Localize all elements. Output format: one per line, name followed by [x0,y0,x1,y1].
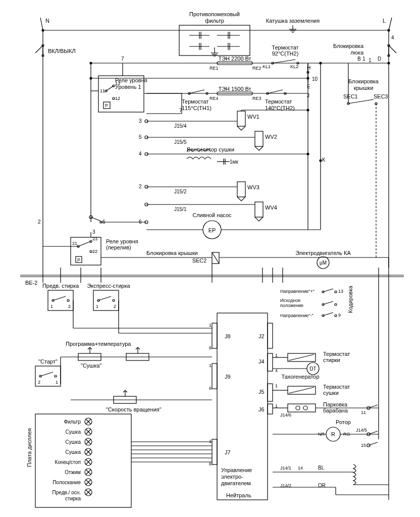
svg-rect-81 [237,111,245,126]
svg-text:22: 22 [92,249,97,254]
svg-line-136 [212,252,219,264]
svg-line-166 [98,296,111,300]
svg-line-12 [389,45,396,53]
svg-point-3 [42,29,44,31]
label-WV1: WV1 [247,114,259,120]
svg-text:E: E [307,84,310,89]
svg-line-227 [369,442,378,445]
label-filter: Противопомеховый [189,11,240,17]
label-J4: J4 [258,358,265,365]
label-homepos2: положение [280,303,303,308]
label-drythermo2: сушки [323,390,339,396]
label-EP: EP [208,227,216,233]
svg-text:6: 6 [209,345,212,350]
svg-line-73 [189,90,204,93]
svg-text:14: 14 [298,466,303,471]
label-lidlock3: Блокировка крышки [146,250,198,256]
svg-text:1: 1 [362,56,365,62]
svg-point-159 [67,299,69,301]
label-overflow: Реле уровня [106,238,138,244]
svg-text:13: 13 [115,81,120,86]
display-item: стирка [65,496,81,501]
svg-rect-186 [268,353,273,371]
svg-text:B: B [357,56,361,62]
svg-line-63 [106,86,114,91]
label-SEC3: SEC3 [374,93,388,99]
label-J146: J14/6 [280,412,291,418]
label-motorctrl: Управление [221,467,252,473]
svg-line-224 [369,431,378,434]
label-washthermo2: стирки [323,357,340,363]
svg-text:1: 1 [209,439,212,444]
label-neutral: Нейтраль [226,492,251,498]
label-drain: Сливной насос [192,212,232,218]
svg-text:2: 2 [68,304,71,309]
svg-text:K: K [322,157,326,163]
display-item: Полоскание [52,480,81,485]
label-KL1: KL1 [262,64,271,69]
svg-rect-185 [268,323,273,348]
svg-line-210 [289,387,314,393]
label-park2: барабана [323,407,348,413]
svg-text:1: 1 [369,58,372,63]
label-vkl: ВКЛ/ВЫКЛ [48,48,76,54]
label-RE4: RE4 [209,96,219,101]
svg-point-127 [90,250,92,252]
svg-line-160 [53,296,66,300]
label-BL: BL [318,465,325,471]
svg-text:1: 1 [209,323,212,328]
svg-text:2: 2 [38,219,41,225]
svg-text:H: H [307,65,310,71]
label-SEC2: SEC2 [192,257,207,264]
label-tacho: Тахогенератор [281,374,319,380]
display-item: Предв./ осн. [52,490,81,495]
svg-rect-83 [237,182,245,197]
svg-point-195 [335,291,337,293]
svg-point-39 [388,62,390,64]
label-ten2200: ТЭН 2200 Вт [218,56,251,62]
label-thermo115a: Термостат [182,98,208,105]
display-item: Сушка [66,429,81,435]
svg-point-106 [307,153,309,155]
svg-text:12: 12 [115,96,120,101]
label-RE2: RE2 [252,66,261,71]
svg-point-105 [307,109,309,111]
svg-rect-182 [212,439,217,464]
label-R: R [331,431,335,437]
label-lidlock: Блокировка [348,78,379,84]
label-J154: J15/4 [174,123,187,129]
label-door-lock: Блокировка [333,43,364,49]
svg-rect-176 [212,323,217,348]
label-N: N [45,18,49,24]
svg-text:2: 2 [139,184,142,189]
svg-point-55 [90,62,92,64]
label-DT: DT [309,366,316,372]
label-dryfan: Вентилятор сушки [187,146,234,152]
svg-rect-189 [268,384,273,401]
svg-text:11: 11 [361,410,366,415]
display-item: Фильтр [64,419,81,425]
label-express: Экспресс-стирка [87,283,130,289]
label-ten1500: ТЭН 1500 Вт [218,86,251,92]
svg-line-197 [323,301,333,304]
label-progtemp: Программа+температура [66,341,131,347]
label-lidlock2: крышки [354,85,374,91]
svg-line-142 [348,99,374,104]
svg-point-4 [388,29,390,31]
svg-line-194 [323,289,333,292]
svg-text:D: D [378,56,381,62]
label-filter2: фильтр [205,18,224,24]
label-WV4: WV4 [265,204,277,211]
label-thermo115b: 115°C(TH1) [182,105,212,111]
svg-text:9: 9 [338,313,341,318]
svg-line-115 [91,217,101,221]
display-item: Сушка [66,439,81,445]
svg-point-198 [335,303,337,305]
label-J155: J15/5 [174,139,187,145]
label-uM: μM [320,260,327,266]
svg-text:3: 3 [92,229,95,235]
label-WV2: WV2 [265,134,277,140]
svg-text:2: 2 [38,380,40,385]
label-J8: J8 [225,333,231,339]
label-homepos: Исходное [280,298,300,303]
